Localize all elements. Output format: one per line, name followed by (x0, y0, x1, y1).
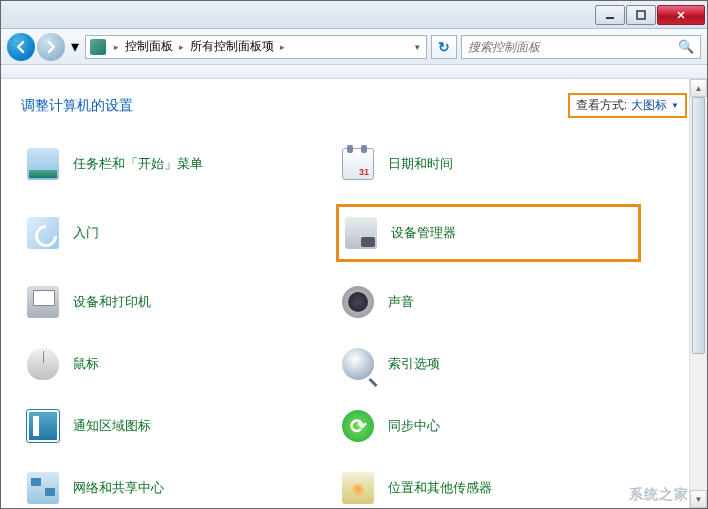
control-panel-item[interactable]: 鼠标 (21, 342, 326, 386)
item-icon (25, 284, 61, 320)
breadcrumb-dropdown-icon[interactable]: ▾ (409, 42, 426, 52)
item-label: 入门 (73, 224, 99, 242)
item-icon (340, 408, 376, 444)
toolbar-strip (1, 65, 707, 79)
content-area: 调整计算机的设置 查看方式: 大图标 ▼ 任务栏和「开始」菜单日期和时间入门设备… (1, 79, 707, 508)
breadcrumb-item[interactable]: 控制面板 (123, 38, 175, 55)
item-label: 鼠标 (73, 355, 99, 373)
item-label: 索引选项 (388, 355, 440, 373)
nav-forward-button[interactable] (37, 33, 65, 61)
svg-rect-1 (637, 11, 645, 19)
item-icon (25, 346, 61, 382)
item-icon (25, 408, 61, 444)
control-panel-item[interactable]: 声音 (336, 280, 641, 324)
breadcrumb-separator-icon: ▸ (276, 42, 289, 52)
svg-rect-0 (606, 17, 614, 19)
item-label: 声音 (388, 293, 414, 311)
control-panel-item[interactable]: 设备和打印机 (21, 280, 326, 324)
item-label: 位置和其他传感器 (388, 479, 492, 497)
nav-history-dropdown[interactable]: ▾ (69, 36, 81, 58)
vertical-scrollbar[interactable]: ▲ ▼ (689, 79, 707, 508)
page-title: 调整计算机的设置 (21, 97, 133, 115)
nav-back-button[interactable] (7, 33, 35, 61)
item-icon (343, 215, 379, 251)
breadcrumb-separator-icon: ▸ (175, 42, 188, 52)
chevron-down-icon: ▼ (671, 101, 679, 110)
item-icon (25, 215, 61, 251)
item-icon (25, 470, 61, 506)
view-by-value: 大图标 (631, 97, 667, 114)
item-icon (340, 346, 376, 382)
minimize-button[interactable] (595, 5, 625, 25)
item-label: 任务栏和「开始」菜单 (73, 155, 203, 173)
scroll-up-button[interactable]: ▲ (690, 79, 707, 97)
search-input[interactable] (468, 40, 678, 54)
control-panel-item[interactable]: 索引选项 (336, 342, 641, 386)
control-panel-icon (90, 39, 106, 55)
control-panel-item[interactable]: 通知区域图标 (21, 404, 326, 448)
control-panel-item[interactable]: 同步中心 (336, 404, 641, 448)
item-label: 设备和打印机 (73, 293, 151, 311)
item-label: 设备管理器 (391, 224, 456, 242)
control-panel-item[interactable]: 网络和共享中心 (21, 466, 326, 508)
scroll-thumb[interactable] (692, 97, 705, 354)
breadcrumb-item[interactable]: 所有控制面板项 (188, 38, 276, 55)
control-panel-item[interactable]: 任务栏和「开始」菜单 (21, 142, 326, 186)
item-icon (340, 470, 376, 506)
search-box[interactable]: 🔍 (461, 35, 701, 59)
item-icon (340, 146, 376, 182)
close-button[interactable] (657, 5, 705, 25)
window-titlebar (1, 1, 707, 29)
control-panel-grid: 任务栏和「开始」菜单日期和时间入门设备管理器设备和打印机声音鼠标索引选项通知区域… (21, 142, 641, 508)
scroll-down-button[interactable]: ▼ (690, 490, 707, 508)
navigation-bar: ▾ ▸ 控制面板 ▸ 所有控制面板项 ▸ ▾ ↻ 🔍 (1, 29, 707, 65)
item-label: 通知区域图标 (73, 417, 151, 435)
view-by-selector[interactable]: 查看方式: 大图标 ▼ (568, 93, 687, 118)
view-by-label: 查看方式: (576, 97, 627, 114)
control-panel-item[interactable]: 位置和其他传感器 (336, 466, 641, 508)
breadcrumb-separator-icon: ▸ (110, 42, 123, 52)
refresh-button[interactable]: ↻ (431, 35, 457, 59)
search-icon[interactable]: 🔍 (678, 39, 694, 54)
control-panel-item[interactable]: 入门 (21, 204, 326, 262)
item-icon (25, 146, 61, 182)
control-panel-item[interactable]: 日期和时间 (336, 142, 641, 186)
item-icon (340, 284, 376, 320)
item-label: 网络和共享中心 (73, 479, 164, 497)
maximize-button[interactable] (626, 5, 656, 25)
control-panel-item[interactable]: 设备管理器 (336, 204, 641, 262)
item-label: 日期和时间 (388, 155, 453, 173)
breadcrumb[interactable]: ▸ 控制面板 ▸ 所有控制面板项 ▸ ▾ (85, 35, 427, 59)
item-label: 同步中心 (388, 417, 440, 435)
